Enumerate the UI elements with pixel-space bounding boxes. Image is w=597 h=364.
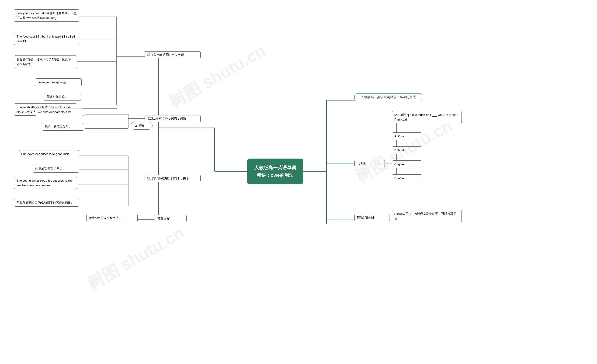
meaning3-label: ③（常与to连用）归功于；由于 [147, 176, 189, 180]
m3-node-4: 年轻作家把自己的成功归于他老师的鼓励。 [14, 199, 79, 207]
right-title-node: 人教版高一英语单词精讲：owe的用法 [354, 93, 422, 101]
watermark-3: 树图 shutu.cn [83, 222, 188, 295]
opt-c-node: C. give [392, 160, 422, 168]
m1-node-4: I owe you an apology. [35, 78, 82, 86]
opt-b-node: B. lend [392, 146, 422, 154]
exam-target-label: [考查目标] [157, 217, 170, 220]
exam-example-node: 【考例】 [354, 160, 385, 167]
exam-example-label: 【考例】 [357, 162, 369, 165]
meaning1-label: ①（常与for连用）欠，欠债 [147, 53, 184, 56]
answer-text-node: A owe表示"欠"的时候是及物动词，可以接双宾语。 [392, 210, 462, 222]
m2-node-2: 我们十分感激父母。 [42, 123, 84, 131]
meaning2-node: ②对...负有义务；感恩；感激 [145, 115, 201, 122]
m2-node-1: We owe our parents a lot. [35, 108, 84, 116]
meaning1-node: ①（常与for连用）欠，欠债 [145, 51, 201, 58]
m1-node-1: owe you for your help.我感谢你的帮助。（也可以是owe s… [14, 9, 79, 22]
collocation-label: ▲ 搭配： [134, 124, 149, 127]
meaning3-node: ③（常与to连用）归功于；由于 [145, 175, 201, 182]
collocation-node: ▲ 搭配： [131, 122, 152, 130]
m1-node-3: 食品要4英镑，可我只付了3英镑，因此我还欠1英镑。 [14, 55, 77, 68]
opt-a-node: A. Owe [392, 133, 422, 140]
m3-node-2: 她把成功归功于幸运。 [33, 165, 79, 173]
m3-node-3: The young writer owed his success to his… [14, 177, 77, 189]
exam-question-node: [2004湖北] "How much do I ___ you?" "Oh, n… [392, 111, 462, 123]
answer-label: [答案与解析] [357, 216, 374, 219]
watermark-1: 树图 shutu.cn [165, 40, 270, 113]
center-label: 人教版高一英语单词精讲：owe的用法 [253, 164, 298, 179]
meaning2-label: ②对...负有义务；感恩；感激 [147, 117, 186, 120]
opt-d-node: D. offer [392, 174, 422, 182]
exam-target-text-node: 考查owe的词义和用法。 [86, 214, 138, 222]
m1-node-2: The food cost £4，but I only paid £3 so I… [14, 33, 79, 45]
answer-node: [答案与解析] [354, 214, 389, 221]
m1-node-5: 我该向你道歉。 [44, 93, 81, 101]
center-node: 人教版高一英语单词精讲：owe的用法 [247, 158, 303, 184]
m3-node-1: She owes her success to good luck. [19, 150, 79, 158]
exam-target-node: [考查目标] [154, 215, 187, 222]
right-title-label: 人教版高一英语单词精讲：owe的用法 [361, 95, 416, 99]
